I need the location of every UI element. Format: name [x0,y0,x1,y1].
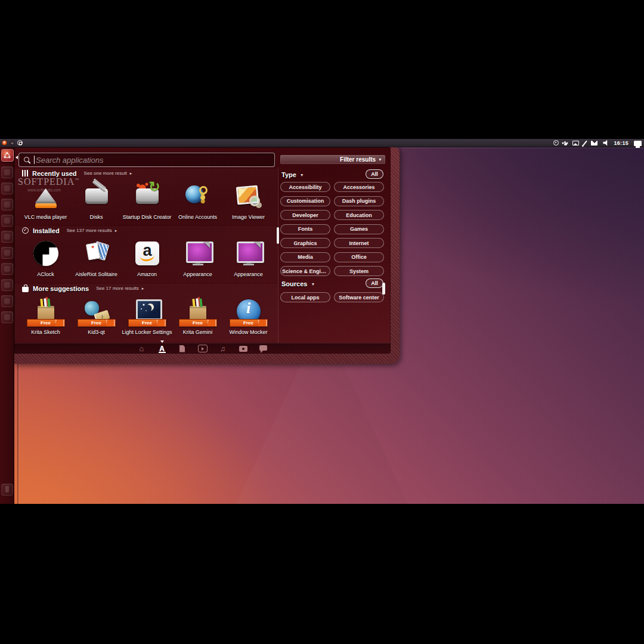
launcher-item[interactable] [1,311,13,323]
app-tile[interactable]: Appearance [172,239,223,277]
free-badge: Free [27,319,65,327]
indicator-icon[interactable] [591,141,597,145]
launcher-item[interactable] [1,279,13,291]
filter-option-button[interactable]: Local apps [280,292,330,302]
lens-icon[interactable] [197,344,209,354]
app-icon [184,182,212,210]
launcher-item[interactable] [1,231,13,243]
filter-option-button[interactable]: Education [334,210,384,220]
lens-icon[interactable] [217,344,229,354]
app-tile[interactable]: Free Kid3-qt [71,296,122,335]
filter-option-button[interactable]: Customisation [280,196,330,206]
ubuntu-dash-button[interactable] [1,149,14,162]
lens-icon[interactable] [156,344,168,354]
sources-filter-heading[interactable]: Sources [281,280,307,287]
app-tile[interactable]: Free Krita Sketch [20,296,71,335]
indicator-icon[interactable] [572,141,579,145]
desktop: 16:15 SOFTPEDIA™ www.softpedia.com Filte… [0,139,644,504]
indicator-icon[interactable] [564,143,567,145]
lens-icon[interactable] [177,344,188,354]
launcher-item[interactable] [1,199,13,210]
filter-option-button[interactable]: Accessories [334,182,384,192]
filter-option-button[interactable]: Developer [280,210,330,220]
trash-icon[interactable] [1,484,13,496]
filter-option-button[interactable]: Office [334,252,384,262]
app-icon [83,182,110,210]
app-icon [235,240,262,267]
chevron-down-icon: ▼ [311,282,315,286]
indicator-icon[interactable] [553,140,559,145]
minimize-button[interactable] [10,140,15,145]
session-monitor-icon[interactable] [634,141,642,146]
app-tile[interactable]: Disks [71,181,122,220]
indicator-icon[interactable] [583,140,588,145]
app-tile[interactable]: Startup Disk Creator [122,181,172,220]
see-more-link[interactable]: See one more result▸ [84,171,132,176]
app-icon [83,240,110,267]
app-tile[interactable]: Amazon [122,239,172,277]
app-tile[interactable]: Free Light Locker Settings [122,296,172,335]
maximize-button[interactable] [17,140,23,145]
search-input[interactable] [36,154,274,166]
app-icon [184,240,212,267]
scrollbar-thumb[interactable] [277,227,279,244]
lens-bar [14,343,391,354]
section-recently-used: Recently used See one more result▸ VLC m… [14,169,277,225]
app-label: Amazon [122,271,172,277]
clock[interactable]: 16:15 [614,140,628,146]
launcher-item[interactable] [1,215,13,227]
top-panel: 16:15 [0,139,644,147]
filter-results-toggle[interactable]: Filter results ▼ [280,155,385,164]
app-label: Disks [71,214,122,220]
filter-option-button[interactable]: Science & Engine... [280,266,330,276]
type-filter-heading[interactable]: Type [281,171,296,178]
app-label: Startup Disk Creator [122,214,172,220]
filter-option-button[interactable]: System [334,266,384,276]
filter-option-button[interactable]: Media [280,252,330,262]
app-tile[interactable]: AisleRiot Solitaire [71,239,122,277]
app-label: Light Locker Settings [122,329,172,335]
free-badge: Free [128,319,166,327]
see-more-link[interactable]: See 137 more results▸ [67,228,117,233]
app-tile[interactable]: Free Window Mocker [223,296,274,335]
launcher-item[interactable] [1,263,13,275]
filter-option-button[interactable]: Games [334,224,384,234]
filter-option-button[interactable]: Fonts [280,224,330,234]
app-tile[interactable]: AClock [20,239,71,277]
app-tile[interactable]: VLC media player [20,181,71,220]
lens-icon[interactable] [136,344,148,354]
app-label: Image Viewer [223,214,274,220]
arrow-right-icon: ▸ [115,228,117,233]
filter-option-button[interactable]: Dash plugins [334,196,384,206]
app-icon [32,240,60,267]
app-icon [235,182,262,210]
filter-option-button[interactable]: Graphics [280,238,330,248]
indicator-icon[interactable] [603,140,608,146]
lens-icon[interactable] [237,344,249,354]
filter-option-button[interactable]: Accessibility [280,182,330,192]
app-tile[interactable]: Free Krita Gemini [172,296,223,335]
app-label: VLC media player [20,214,71,220]
scrollbar-thumb[interactable] [382,283,385,295]
launcher-item[interactable] [1,295,13,307]
section-more-suggestions: More suggestions See 17 more results▸ Fr… [14,284,277,342]
app-icon [32,182,60,210]
app-tile[interactable]: Image Viewer [223,181,274,220]
apps-row: AClock AisleRiot Solitaire Amazon [14,235,277,277]
recently-used-icon [22,170,28,177]
lens-icon[interactable] [258,344,270,354]
sources-all-button[interactable]: All [366,278,383,288]
filter-results-label: Filter results [340,156,376,163]
launcher-item[interactable] [1,247,13,259]
close-button[interactable] [2,140,7,145]
launcher-item[interactable] [1,166,13,178]
filter-option-button[interactable]: Internet [334,238,384,248]
shopping-bag-icon [22,287,29,292]
app-tile[interactable]: Appearance [223,239,274,277]
search-bar[interactable] [18,153,275,167]
filter-option-button[interactable]: Software center [334,292,384,302]
launcher-item[interactable] [1,182,13,194]
type-all-button[interactable]: All [366,169,383,179]
see-more-link[interactable]: See 17 more results▸ [96,286,144,291]
app-tile[interactable]: Online Accounts [172,181,223,220]
